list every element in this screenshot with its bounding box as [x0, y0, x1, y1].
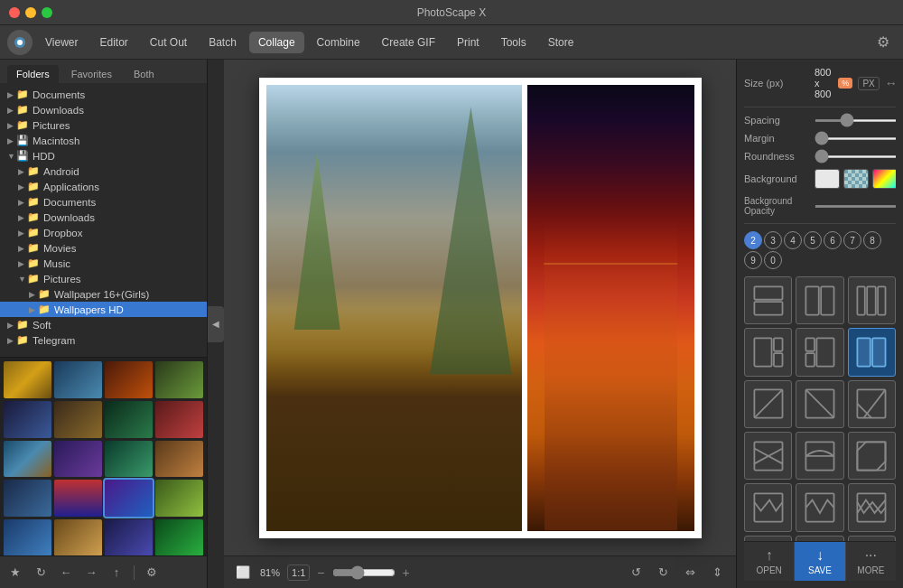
- nav-viewer[interactable]: Viewer: [36, 32, 87, 53]
- star-icon[interactable]: ★: [5, 563, 25, 583]
- num-circle-6[interactable]: 6: [824, 231, 842, 249]
- thumbnail-16[interactable]: [155, 480, 203, 517]
- thumbnail-7[interactable]: [105, 401, 153, 438]
- px-badge[interactable]: PX: [858, 77, 879, 90]
- roundness-slider[interactable]: [815, 155, 896, 158]
- canvas-image-right[interactable]: [527, 85, 694, 531]
- layout-right-wide[interactable]: [796, 328, 843, 376]
- num-circle-9[interactable]: 9: [744, 251, 762, 269]
- resize-icon[interactable]: ↔: [885, 76, 896, 90]
- thumbnail-14[interactable]: [54, 480, 102, 517]
- tree-item-hdd[interactable]: ▼ 💾 HDD: [0, 148, 207, 163]
- zoom-slider[interactable]: [332, 565, 396, 580]
- num-circle-8[interactable]: 8: [863, 231, 881, 249]
- bg-swatch-rainbow[interactable]: [872, 169, 896, 189]
- open-button[interactable]: ↑ OPEN: [744, 542, 795, 581]
- back-icon[interactable]: ←: [56, 563, 76, 583]
- num-circle-7[interactable]: 7: [843, 231, 861, 249]
- layout-diagonal-2[interactable]: [796, 380, 843, 428]
- thumbnail-19[interactable]: [105, 519, 153, 555]
- layout-equal-rows[interactable]: [744, 276, 792, 324]
- num-circle-3[interactable]: 3: [764, 231, 782, 249]
- more-button[interactable]: ··· MORE: [846, 542, 896, 581]
- nav-store[interactable]: Store: [539, 32, 583, 53]
- layout-zigzag-1[interactable]: [744, 483, 792, 531]
- nav-batch[interactable]: Batch: [200, 32, 246, 53]
- zoom-ratio[interactable]: 1:1: [287, 565, 310, 581]
- bg-swatch-white[interactable]: [815, 169, 840, 189]
- layout-diagonal-3[interactable]: [848, 380, 896, 428]
- thumbnail-12[interactable]: [155, 441, 203, 478]
- num-circle-5[interactable]: 5: [804, 231, 822, 249]
- tree-item-macintosh[interactable]: ▶ 💾 Macintosh: [0, 133, 207, 148]
- tree-item-documents[interactable]: ▶ 📁 Documents: [0, 87, 207, 102]
- forward-icon[interactable]: →: [81, 563, 101, 583]
- thumbnail-11[interactable]: [105, 441, 153, 478]
- tree-item-documents2[interactable]: ▶ 📁 Documents: [0, 194, 207, 210]
- nav-cutout[interactable]: Cut Out: [141, 32, 196, 53]
- num-circle-4[interactable]: 4: [784, 231, 802, 249]
- thumbnail-10[interactable]: [54, 441, 102, 478]
- tree-item-wallpaper-girls[interactable]: ▶ 📁 Wallpaper 16+(Girls): [0, 286, 207, 302]
- tree-item-pictures[interactable]: ▶ 📁 Pictures: [0, 117, 207, 133]
- thumbnail-1[interactable]: [4, 361, 51, 398]
- close-button[interactable]: [9, 7, 20, 18]
- thumbnail-2[interactable]: [54, 361, 102, 398]
- nav-combine[interactable]: Combine: [308, 32, 369, 53]
- margin-slider[interactable]: [815, 137, 896, 140]
- tab-both[interactable]: Both: [125, 65, 163, 83]
- tree-item-applications[interactable]: ▶ 📁 Applications: [0, 179, 207, 194]
- layout-overlap-3[interactable]: [848, 432, 896, 480]
- layout-zigzag-2[interactable]: [796, 483, 843, 531]
- tree-item-android[interactable]: ▶ 📁 Android: [0, 163, 207, 179]
- tab-folders[interactable]: Folders: [7, 65, 59, 83]
- thumbnail-8[interactable]: [155, 401, 203, 438]
- nav-create-gif[interactable]: Create GIF: [373, 32, 444, 53]
- nav-tools[interactable]: Tools: [492, 32, 535, 53]
- minimize-button[interactable]: [25, 7, 36, 18]
- thumbnail-6[interactable]: [54, 401, 102, 438]
- collapse-panel-button[interactable]: ◀: [208, 306, 224, 342]
- tree-item-downloads2[interactable]: ▶ 📁 Downloads: [0, 210, 207, 225]
- nav-collage[interactable]: Collage: [249, 32, 304, 53]
- tab-favorites[interactable]: Favorites: [62, 65, 121, 83]
- thumbnail-5[interactable]: [4, 401, 51, 438]
- thumbnail-15[interactable]: [105, 480, 153, 517]
- rotate-right-icon[interactable]: ↻: [653, 563, 673, 583]
- flip-vertical-icon[interactable]: ⇕: [707, 563, 727, 583]
- fit-icon[interactable]: ⬜: [233, 563, 253, 583]
- settings-icon[interactable]: ⚙: [142, 563, 162, 583]
- layout-3cols[interactable]: [848, 276, 896, 324]
- layout-left-wide[interactable]: [744, 328, 792, 376]
- settings-icon[interactable]: ⚙: [870, 30, 896, 55]
- layout-diagonal-1[interactable]: [744, 380, 792, 428]
- tree-item-wallpapers-hd[interactable]: ▶ 📁 Wallpapers HD: [0, 302, 207, 317]
- bg-swatch-pattern[interactable]: [843, 169, 869, 189]
- thumbnail-3[interactable]: [105, 361, 153, 398]
- layout-zigzag-3[interactable]: [848, 483, 896, 531]
- layout-overlap-1[interactable]: [744, 432, 792, 480]
- num-circle-0[interactable]: 0: [764, 251, 782, 269]
- num-circle-2[interactable]: 2: [744, 231, 762, 249]
- layout-2cols-active[interactable]: [848, 328, 896, 376]
- zoom-minus-icon[interactable]: −: [317, 565, 324, 580]
- thumbnail-18[interactable]: [54, 519, 102, 555]
- up-icon[interactable]: ↑: [107, 563, 126, 583]
- tree-item-pictures2[interactable]: ▼ 📁 Pictures: [0, 271, 207, 286]
- nav-editor[interactable]: Editor: [90, 32, 136, 53]
- collage-canvas[interactable]: [259, 78, 702, 538]
- rotate-icon[interactable]: ↻: [31, 563, 51, 583]
- canvas-image-left[interactable]: [266, 85, 523, 531]
- zoom-plus-icon[interactable]: +: [403, 565, 410, 580]
- thumbnail-17[interactable]: [4, 519, 51, 555]
- thumbnail-9[interactable]: [4, 441, 51, 478]
- tree-item-music[interactable]: ▶ 📁 Music: [0, 256, 207, 271]
- thumbnail-4[interactable]: [155, 361, 203, 398]
- rotate-left-icon[interactable]: ↺: [626, 563, 646, 583]
- flip-horizontal-icon[interactable]: ⇔: [680, 563, 700, 583]
- maximize-button[interactable]: [42, 7, 52, 18]
- tree-item-downloads[interactable]: ▶ 📁 Downloads: [0, 102, 207, 117]
- save-button[interactable]: ↓ SAVE: [795, 542, 845, 581]
- nav-print[interactable]: Print: [448, 32, 489, 53]
- tree-item-soft[interactable]: ▶ 📁 Soft: [0, 317, 207, 332]
